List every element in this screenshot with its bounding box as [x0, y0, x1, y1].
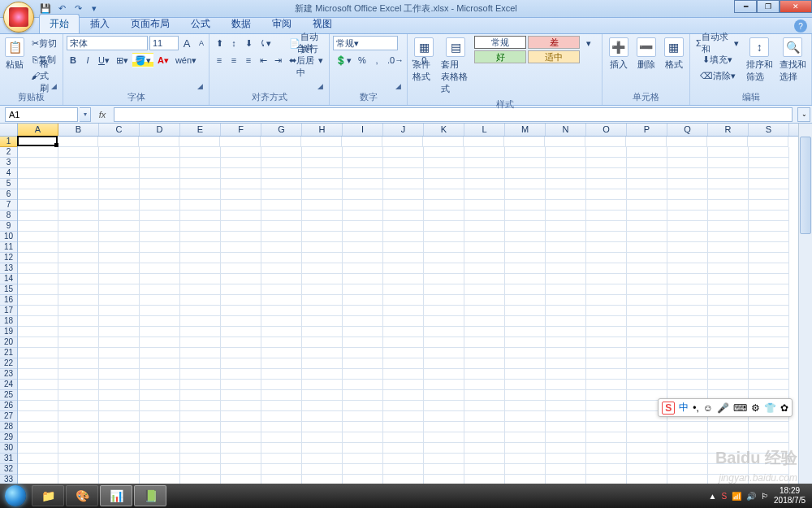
cell[interactable] — [464, 189, 505, 200]
cell[interactable] — [58, 327, 99, 337]
cell[interactable] — [58, 200, 99, 211]
conditional-format-button[interactable]: ▦条件格式 — [411, 36, 437, 85]
cell[interactable] — [464, 358, 505, 369]
cell[interactable] — [424, 232, 464, 242]
cell[interactable] — [708, 380, 749, 390]
cell[interactable] — [505, 443, 546, 454]
currency-icon[interactable]: 💲▾ — [333, 53, 354, 67]
cell[interactable] — [424, 211, 464, 221]
cell[interactable] — [464, 158, 505, 168]
cell[interactable] — [627, 443, 667, 454]
cell[interactable] — [58, 306, 99, 316]
cell[interactable] — [586, 274, 627, 284]
cell[interactable] — [180, 242, 221, 253]
col-header[interactable]: B — [58, 124, 99, 136]
col-header[interactable]: K — [424, 124, 464, 136]
cell[interactable] — [221, 422, 261, 432]
cell[interactable] — [708, 221, 749, 232]
cell[interactable] — [749, 358, 789, 369]
cell[interactable] — [749, 284, 789, 295]
cell[interactable] — [546, 284, 586, 295]
cell[interactable] — [546, 316, 586, 327]
cell[interactable] — [627, 306, 667, 316]
cell[interactable] — [343, 253, 383, 263]
cell[interactable] — [343, 327, 383, 337]
tray-ime-icon[interactable]: S — [721, 492, 727, 501]
cell[interactable] — [546, 211, 586, 221]
cell[interactable] — [667, 200, 708, 211]
col-header[interactable]: N — [546, 124, 586, 136]
cell[interactable] — [221, 316, 261, 327]
cell[interactable] — [627, 422, 667, 432]
cell[interactable] — [505, 147, 546, 158]
cell[interactable] — [302, 168, 343, 179]
cell[interactable] — [302, 200, 343, 211]
tray-clock[interactable]: 18:29 2018/7/5 — [774, 486, 806, 506]
cell[interactable] — [627, 316, 667, 327]
cell[interactable] — [140, 443, 180, 454]
cell[interactable] — [546, 422, 586, 432]
cell[interactable] — [343, 337, 383, 348]
cell[interactable] — [383, 189, 424, 200]
cell[interactable] — [302, 242, 343, 253]
cell[interactable] — [18, 390, 58, 401]
name-box-dropdown-icon[interactable]: ▾ — [80, 107, 91, 122]
cell[interactable] — [627, 168, 667, 179]
cell[interactable] — [99, 263, 140, 274]
column-headers[interactable]: ABCDEFGHIJKLMNOPQRS — [18, 124, 798, 137]
cell[interactable] — [383, 422, 424, 432]
cell[interactable] — [383, 454, 424, 464]
cell[interactable] — [708, 295, 749, 306]
cell[interactable] — [627, 295, 667, 306]
cell[interactable] — [180, 422, 221, 432]
cell[interactable] — [708, 348, 749, 358]
decrease-indent-icon[interactable]: ⇤ — [257, 53, 270, 67]
cell[interactable] — [261, 158, 302, 168]
cell[interactable] — [180, 327, 221, 337]
cell[interactable] — [343, 369, 383, 380]
cell[interactable] — [221, 284, 261, 295]
cell[interactable] — [505, 316, 546, 327]
scrollbar-thumb[interactable] — [800, 137, 811, 234]
cell[interactable] — [586, 295, 627, 306]
cell[interactable] — [464, 348, 505, 358]
cell[interactable] — [383, 316, 424, 327]
cell[interactable] — [627, 358, 667, 369]
bold-button[interactable]: B — [67, 53, 80, 67]
cell[interactable] — [546, 464, 586, 475]
cell[interactable] — [221, 454, 261, 464]
cell[interactable] — [586, 380, 627, 390]
cell[interactable] — [180, 274, 221, 284]
cell[interactable] — [708, 422, 749, 432]
cell[interactable] — [586, 189, 627, 200]
row-header[interactable]: 10 — [0, 232, 17, 242]
cell[interactable] — [383, 147, 424, 158]
cell[interactable] — [140, 158, 180, 168]
cell[interactable] — [546, 390, 586, 401]
cell[interactable] — [140, 316, 180, 327]
format-cells-button[interactable]: ▦格式 — [661, 36, 686, 72]
cell[interactable] — [749, 306, 789, 316]
cell[interactable] — [18, 327, 58, 337]
cell[interactable] — [261, 263, 302, 274]
cell[interactable] — [667, 168, 708, 179]
cell[interactable] — [343, 295, 383, 306]
cell[interactable] — [424, 390, 464, 401]
tab-data[interactable]: 数据 — [221, 14, 261, 33]
cell[interactable] — [18, 401, 58, 411]
cell[interactable] — [586, 464, 627, 475]
col-header[interactable]: C — [99, 124, 140, 136]
comma-icon[interactable]: , — [370, 53, 383, 67]
cell[interactable] — [343, 443, 383, 454]
cell[interactable] — [586, 147, 627, 158]
cell[interactable] — [505, 253, 546, 263]
cell[interactable] — [221, 432, 261, 443]
col-header[interactable]: A — [18, 124, 58, 136]
cell[interactable] — [99, 242, 140, 253]
cell[interactable] — [627, 253, 667, 263]
cell[interactable] — [749, 422, 789, 432]
row-header[interactable]: 31 — [0, 454, 17, 464]
cell[interactable] — [180, 411, 221, 422]
cell[interactable] — [585, 137, 626, 147]
cell[interactable] — [545, 137, 585, 147]
